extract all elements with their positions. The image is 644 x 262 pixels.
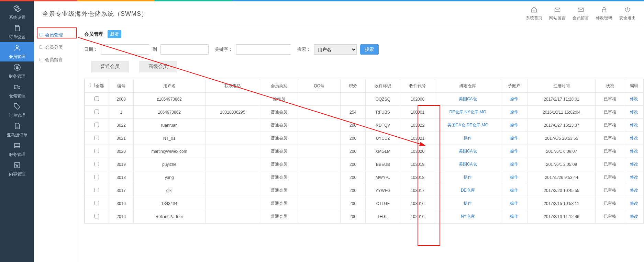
cell	[298, 93, 340, 106]
breadcrumb: 会员管理 新增	[84, 30, 644, 38]
sidebar-item-label: 亚马逊订单	[7, 132, 27, 138]
cell[interactable]: 操作	[501, 184, 528, 197]
cell	[298, 132, 340, 145]
cell[interactable]: 操作	[501, 145, 528, 158]
cell: 103016	[400, 197, 435, 210]
sidebar-item-5[interactable]: 订单管理	[0, 101, 34, 120]
doc-icon	[13, 24, 21, 33]
row-checkbox[interactable]	[95, 110, 99, 114]
header-action-4[interactable]: 安全退出	[619, 6, 636, 21]
cell	[205, 184, 260, 197]
cell	[85, 119, 109, 132]
cell[interactable]: 修改	[625, 197, 643, 210]
cell: 102016	[400, 210, 435, 223]
sidebar-item-6[interactable]: 亚马逊订单	[0, 120, 34, 140]
tab-premium-member[interactable]: 高级会员	[139, 61, 177, 72]
cell: Reliant Partner	[133, 210, 205, 223]
select-all-checkbox[interactable]	[90, 83, 95, 87]
row-checkbox[interactable]	[95, 96, 99, 101]
cell: 200	[340, 119, 366, 132]
cell: 2017/6/1 6:08:07	[528, 145, 596, 158]
cell[interactable]: 操作	[501, 210, 528, 223]
subnav-item-1[interactable]: 会员分类	[34, 41, 78, 54]
cell[interactable]: 美国CA仓	[435, 93, 501, 106]
cell[interactable]: DE仓库	[435, 184, 501, 197]
table-row: 2008z1064973862操作员OQZSQ102008美国CA仓操作2017…	[85, 93, 644, 106]
date-from-input[interactable]	[101, 44, 149, 55]
cell	[205, 158, 260, 171]
sidebar-item-8[interactable]: 内容管理	[0, 159, 34, 179]
table-row: 3020martin@wlwex.com普通会员200XMGLM103020美国…	[85, 145, 644, 158]
cell[interactable]: 修改	[625, 210, 643, 223]
sidebar-item-label: 订单管理	[9, 113, 25, 118]
cell[interactable]: 修改	[625, 93, 643, 106]
cell[interactable]: 操作	[501, 106, 528, 119]
cell[interactable]: 修改	[625, 171, 643, 184]
date-to-label: 到	[153, 46, 157, 53]
sidebar-item-0[interactable]: 系统设置	[0, 3, 34, 22]
row-checkbox[interactable]	[95, 175, 99, 179]
table-header-10: 子账户	[501, 79, 528, 93]
subnav-item-2[interactable]: 会员留言	[34, 54, 78, 66]
header-action-2[interactable]: 会员留言	[573, 6, 589, 21]
tab-regular-member[interactable]: 普通会员	[91, 61, 129, 72]
keyword-input[interactable]	[236, 44, 291, 55]
sidebar-item-7[interactable]: 服务管理	[0, 140, 34, 159]
sidebar-item-3[interactable]: 财务管理	[0, 61, 34, 81]
header-action-0[interactable]: 系统首页	[526, 6, 542, 21]
cell[interactable]: 修改	[625, 145, 643, 158]
cell[interactable]: 操作	[501, 119, 528, 132]
search-button[interactable]: 搜索	[360, 44, 379, 55]
cell	[298, 158, 340, 171]
cell: RFUBS	[366, 106, 400, 119]
row-checkbox[interactable]	[95, 136, 99, 140]
cell: 200	[340, 210, 366, 223]
power-icon	[624, 6, 631, 14]
cell[interactable]: 修改	[625, 106, 643, 119]
cell[interactable]: 修改	[625, 119, 643, 132]
table-header-11: 注册时间	[528, 79, 596, 93]
date-to-input[interactable]	[160, 44, 209, 55]
search-field-select[interactable]: 用户名	[314, 44, 357, 55]
row-checkbox[interactable]	[95, 188, 99, 192]
cell[interactable]: DE仓库,NY仓库,MG	[435, 106, 501, 119]
row-checkbox[interactable]	[95, 123, 99, 127]
cell[interactable]: 操作	[435, 132, 501, 145]
sidebar-item-1[interactable]: 订单设置	[0, 22, 34, 42]
cell[interactable]: 修改	[625, 158, 643, 171]
cell[interactable]: 操作	[501, 132, 528, 145]
cell	[85, 106, 109, 119]
sidebar-item-4[interactable]: 仓储管理	[0, 81, 34, 101]
header-action-1[interactable]: 网站留言	[549, 6, 566, 21]
row-checkbox[interactable]	[95, 162, 99, 166]
page-icon	[39, 57, 43, 62]
cell: 1343434	[133, 197, 205, 210]
cell[interactable]: 操作	[501, 197, 528, 210]
subnav-item-0[interactable]: 会员管理	[34, 29, 78, 41]
cell[interactable]: 美国CA仓	[435, 158, 501, 171]
cell[interactable]: 修改	[625, 132, 643, 145]
cell: 103021	[400, 132, 435, 145]
header-action-label: 修改密码	[596, 15, 612, 21]
subnav: 会员管理会员分类会员留言	[34, 26, 78, 262]
cell[interactable]: 操作	[435, 171, 501, 184]
cell[interactable]: 修改	[625, 184, 643, 197]
cell: 普通会员	[260, 119, 298, 132]
sidebar-item-2[interactable]: 会员管理	[0, 42, 34, 61]
cell	[298, 171, 340, 184]
cell	[298, 184, 340, 197]
new-button[interactable]: 新增	[108, 30, 121, 38]
cell[interactable]: 操作	[501, 158, 528, 171]
sidebar: 系统设置订单设置会员管理财务管理仓储管理订单管理亚马逊订单服务管理内容管理	[0, 1, 34, 262]
row-checkbox[interactable]	[95, 214, 99, 218]
row-checkbox[interactable]	[95, 149, 99, 153]
cell[interactable]: NY仓库	[435, 210, 501, 223]
row-checkbox[interactable]	[95, 201, 99, 205]
cell[interactable]: 美国CA仓	[435, 145, 501, 158]
cell	[205, 197, 260, 210]
cell[interactable]: 操作	[435, 197, 501, 210]
cell[interactable]: 操作	[501, 171, 528, 184]
cell[interactable]: 美国CA仓,DE仓库,MG	[435, 119, 501, 132]
header-action-3[interactable]: 修改密码	[596, 6, 612, 21]
cell[interactable]: 操作	[501, 93, 528, 106]
